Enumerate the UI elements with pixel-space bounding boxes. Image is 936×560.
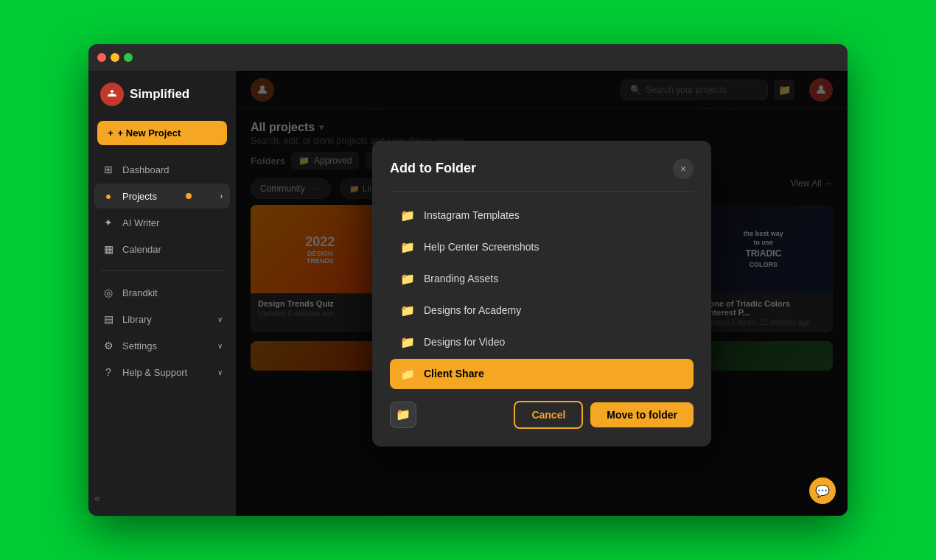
modal-overlay: Add to Folder × 📁 Instagram Templates 📁	[236, 71, 848, 516]
folder-item-helpcenter[interactable]: 📁 Help Center Screenshots	[390, 232, 694, 262]
ai-writer-icon: ✦	[102, 216, 115, 229]
main-content: 🔍 📁 All projects ▾	[236, 71, 848, 516]
close-icon: ×	[680, 163, 686, 175]
folder-name-helpcenter: Help Center Screenshots	[424, 241, 539, 253]
sidebar: Simplified + + New Project ⊞ Dashboard ●…	[88, 71, 236, 516]
sidebar-divider	[100, 270, 224, 271]
settings-label: Settings	[122, 340, 157, 351]
modal-close-button[interactable]: ×	[673, 158, 694, 179]
folder-icon-helpcenter: 📁	[400, 240, 415, 254]
folder-icon-video: 📁	[400, 335, 415, 349]
brandkit-icon: ◎	[102, 286, 115, 299]
folder-item-academy[interactable]: 📁 Designs for Academy	[390, 295, 694, 326]
maximize-dot[interactable]	[124, 53, 133, 62]
move-to-folder-button[interactable]: Move to folder	[590, 402, 694, 427]
folder-icon-academy: 📁	[400, 304, 415, 318]
new-project-button[interactable]: + + New Project	[97, 121, 227, 145]
sidebar-item-brandkit[interactable]: ◎ Brandkit	[94, 280, 230, 305]
folder-name-instagram: Instagram Templates	[424, 209, 520, 221]
ai-writer-label: AI Writer	[122, 217, 159, 228]
minimize-dot[interactable]	[111, 53, 119, 62]
folder-list: 📁 Instagram Templates 📁 Help Center Scre…	[390, 200, 694, 389]
add-to-folder-modal: Add to Folder × 📁 Instagram Templates 📁	[372, 141, 711, 447]
titlebar	[88, 44, 848, 71]
folder-name-clientshare: Client Share	[424, 368, 484, 379]
folder-name-video: Designs for Video	[424, 336, 505, 348]
folder-name-academy: Designs for Academy	[424, 304, 521, 316]
sidebar-item-ai-writer[interactable]: ✦ AI Writer	[94, 210, 230, 235]
sidebar-user-avatar[interactable]	[100, 83, 124, 106]
app-body: Simplified + + New Project ⊞ Dashboard ●…	[88, 71, 848, 516]
logo-area: Simplified	[88, 83, 236, 121]
sidebar-item-projects[interactable]: ● Projects ›	[94, 183, 230, 209]
calendar-label: Calendar	[122, 244, 161, 255]
close-dot[interactable]	[97, 53, 106, 62]
help-icon: ?	[102, 365, 115, 379]
modal-title: Add to Folder	[390, 161, 476, 176]
sidebar-item-settings[interactable]: ⚙ Settings ∨	[94, 333, 230, 358]
settings-icon: ⚙	[102, 339, 115, 352]
folder-name-branding: Branding Assets	[424, 273, 498, 284]
add-folder-button[interactable]: 📁	[390, 402, 416, 428]
chevron-right-icon: ›	[220, 192, 223, 200]
cancel-button[interactable]: Cancel	[514, 401, 583, 429]
modal-footer: 📁 Cancel Move to folder	[390, 401, 694, 429]
folder-icon-instagram: 📁	[400, 209, 415, 223]
plus-icon: +	[108, 127, 113, 139]
projects-label: Projects	[122, 191, 157, 202]
library-icon: ▤	[102, 312, 115, 326]
new-project-label: + New Project	[118, 127, 181, 139]
folder-item-clientshare[interactable]: 📁 Client Share	[390, 359, 694, 389]
calendar-icon: ▦	[102, 242, 115, 256]
dashboard-icon: ⊞	[102, 163, 115, 176]
collapse-sidebar-button[interactable]: «	[94, 492, 100, 504]
library-chevron-icon: ∨	[217, 315, 223, 323]
active-indicator	[186, 193, 192, 199]
sidebar-item-library[interactable]: ▤ Library ∨	[94, 307, 230, 332]
folder-icon-branding: 📁	[400, 272, 415, 286]
chat-icon: 💬	[815, 484, 830, 498]
library-label: Library	[122, 314, 152, 325]
brandkit-label: Brandkit	[122, 287, 158, 298]
folder-icon-clientshare: 📁	[400, 367, 415, 381]
folder-item-video[interactable]: 📁 Designs for Video	[390, 327, 694, 357]
modal-divider	[390, 191, 694, 192]
chat-button[interactable]: 💬	[809, 477, 836, 504]
help-chevron-icon: ∨	[217, 368, 223, 377]
modal-header: Add to Folder ×	[390, 158, 694, 179]
projects-icon: ●	[102, 189, 115, 203]
settings-chevron-icon: ∨	[217, 342, 223, 350]
sidebar-item-dashboard[interactable]: ⊞ Dashboard	[94, 157, 230, 182]
folder-item-branding[interactable]: 📁 Branding Assets	[390, 264, 694, 294]
sidebar-nav: ⊞ Dashboard ● Projects › ✦ AI Writer ▦ C…	[88, 157, 236, 262]
sidebar-item-help[interactable]: ? Help & Support ∨	[94, 360, 230, 385]
app-window: Simplified + + New Project ⊞ Dashboard ●…	[88, 44, 848, 516]
app-logo-text: Simplified	[130, 87, 189, 102]
modal-footer-left: 📁	[390, 402, 416, 428]
sidebar-bottom-nav: ◎ Brandkit ▤ Library ∨ ⚙ Settings ∨ ? He…	[88, 280, 236, 385]
folder-item-instagram[interactable]: 📁 Instagram Templates	[390, 200, 694, 231]
sidebar-item-calendar[interactable]: ▦ Calendar	[94, 237, 230, 262]
add-folder-icon: 📁	[396, 407, 411, 421]
help-label: Help & Support	[122, 367, 187, 378]
dashboard-label: Dashboard	[122, 164, 170, 175]
